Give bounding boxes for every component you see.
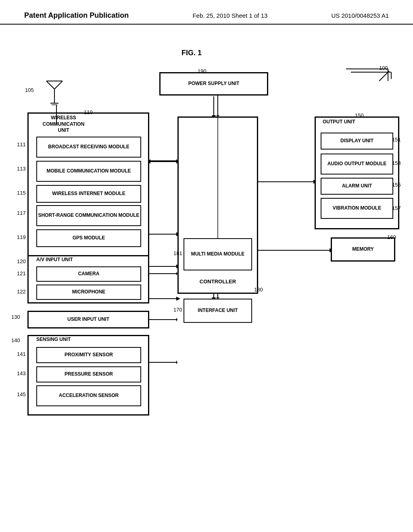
mobile-comm-id: 113 (17, 166, 26, 172)
proximity-box: PROXIMITY SENSOR (36, 347, 141, 363)
header-date-sheet: Feb. 25, 2010 Sheet 1 of 13 (192, 12, 267, 19)
acceleration-box: ACCELERATION SENSOR (36, 385, 141, 406)
wireless-inet-box: WIRELESS INTERNET MODULE (36, 185, 141, 203)
microphone-box: MICROPHONE (36, 285, 141, 300)
mobile-comm-box: MOBILE COMMUNICATION MODULE (36, 161, 141, 182)
broadcast-recv-box: BROADCAST RECEIVING MODULE (36, 137, 141, 158)
memory-box: MEMORY (331, 237, 395, 262)
output-label: OUTPUT UNIT (323, 119, 355, 125)
audio-output-box: AUDIO OUTPUT MODULE (321, 154, 393, 175)
header: Patent Application Publication Feb. 25, … (0, 0, 413, 25)
interface-id: 170 (173, 307, 182, 313)
vibration-id: 157 (392, 205, 401, 211)
audio-output-id: 153 (392, 160, 401, 166)
svg-line-26 (46, 81, 54, 89)
alarm-box: ALARM UNIT (321, 178, 393, 195)
svg-marker-40 (176, 318, 177, 322)
antenna-symbol (42, 77, 67, 107)
antenna-id-label: 105 (25, 87, 34, 93)
sensing-id: 140 (11, 337, 20, 343)
page: Patent Application Publication Feb. 25, … (0, 0, 413, 532)
alarm-id: 155 (392, 182, 401, 188)
interface-box: INTERFACE UNIT (184, 299, 252, 323)
svg-line-27 (54, 81, 63, 89)
figure-label: FIG. 1 (181, 49, 202, 57)
acceleration-id: 145 (17, 391, 26, 397)
camera-box: CAMERA (36, 266, 141, 282)
av-input-label: A/V INPUT UNIT (36, 257, 73, 262)
sensing-label: SENSING UNIT (36, 337, 71, 342)
controller-label: CONTROLLER (179, 278, 256, 285)
microphone-id: 122 (17, 289, 26, 295)
wireless-comm-label: WIRELESSCOMMUNICATIONUNIT (36, 115, 91, 134)
av-input-id: 120 (17, 258, 26, 264)
display-box: DISPLAY UNIT (321, 133, 393, 150)
power-supply-box: POWER SUPPLY UNIT (159, 72, 268, 96)
multimedia-id: 181 (173, 250, 182, 256)
display-id: 151 (392, 137, 401, 143)
header-patent-number: US 2010/0048253 A1 (331, 12, 389, 19)
wireless-inet-id: 115 (17, 190, 26, 196)
header-publication-label: Patent Application Publication (24, 11, 129, 20)
short-range-id: 117 (17, 210, 26, 216)
user-input-id: 130 (11, 314, 20, 320)
memory-id: 160 (387, 234, 396, 240)
svg-marker-42 (176, 360, 177, 364)
pressure-id: 143 (17, 370, 26, 376)
output-id: 150 (355, 112, 364, 118)
svg-marker-18 (176, 297, 180, 301)
short-range-box: SHORT-RANGE COMMUNICATION MODULE (36, 205, 141, 226)
proximity-id: 141 (17, 351, 26, 357)
user-input-box: USER INPUT UNIT (27, 311, 149, 328)
diagram-area: FIG. 1 100 105 POWER SUPPLY UNIT (0, 25, 413, 500)
power-supply-id: 190 (198, 68, 206, 74)
svg-line-53 (379, 71, 389, 81)
camera-id: 121 (17, 270, 26, 276)
system-id-label: 100 (379, 65, 388, 71)
broadcast-id: 111 (17, 141, 26, 148)
gps-box: GPS MODULE (36, 229, 141, 247)
controller-id: 180 (254, 287, 263, 293)
svg-marker-36 (149, 159, 150, 163)
wireless-comm-id: 110 (84, 109, 93, 115)
gps-id: 119 (17, 234, 26, 240)
vibration-box: VIBRATION MODULE (321, 198, 393, 219)
multimedia-box: MULTI MEDIA MODULE (184, 238, 252, 270)
pressure-box: PRESSURE SENSOR (36, 366, 141, 382)
